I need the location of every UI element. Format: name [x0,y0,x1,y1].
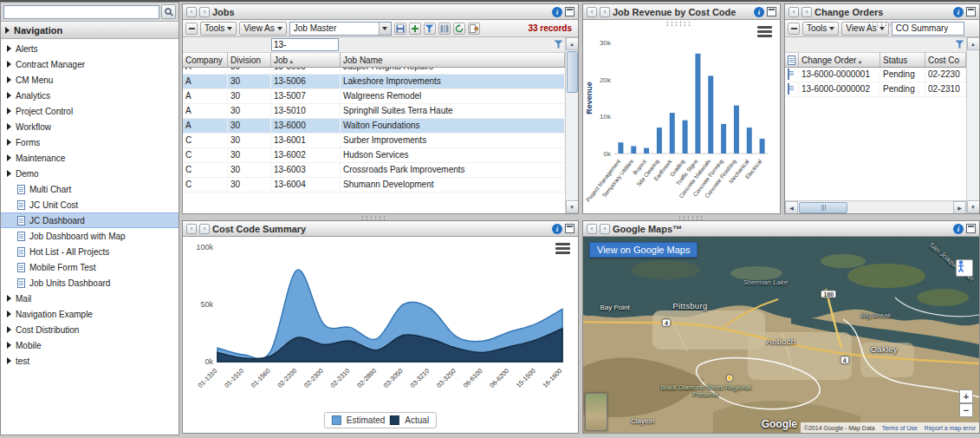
report-map-error-link[interactable]: Report a map error [925,425,976,431]
table-row[interactable]: A3013-5010Springhill Suites Terra Haute [183,104,565,119]
refresh-button[interactable] [453,23,465,35]
jobs-vertical-scrollbar[interactable]: ▲ ▼ [565,37,578,213]
sidebar-item-cm-menu[interactable]: CM Menu [1,72,178,88]
collapse-toolbar-icon[interactable] [185,23,198,35]
sidebar-item-jc-unit-cost[interactable]: JC Unit Cost [1,197,178,212]
sidebar-item-project-control[interactable]: Project Control [1,103,178,119]
co-horizontal-scrollbar[interactable]: ◀ ▶ [785,200,966,213]
restore-icon[interactable] [565,7,574,16]
move-panel-left-icon[interactable] [186,224,197,234]
sidebar-item-alerts[interactable]: Alerts [1,41,178,56]
pegman-icon[interactable] [956,259,973,277]
sidebar-item-jc-dashboard[interactable]: JC Dashboard [1,212,178,228]
sidebar-item-multi-chart[interactable]: Multi Chart [1,181,178,197]
info-icon[interactable] [754,7,764,17]
restore-icon[interactable] [966,7,976,16]
move-panel-right-icon[interactable] [802,7,812,17]
move-panel-right-icon[interactable] [199,7,210,17]
info-icon[interactable] [552,7,562,17]
tools-button[interactable]: Tools [802,22,839,36]
zoom-out-button[interactable]: − [959,403,973,417]
restore-icon[interactable] [565,224,574,233]
table-row[interactable]: C3013-6004Shumann Development [183,178,565,193]
overview-inset-map[interactable] [585,393,607,431]
sidebar-item-mobile-form-test[interactable]: Mobile Form Test [1,259,178,275]
table-row[interactable]: A3013-5007Walgreens Remodel [183,89,565,104]
add-button[interactable] [409,23,421,35]
row-icon-column-header[interactable] [785,53,799,67]
restore-icon[interactable] [966,224,976,233]
chart-menu-icon[interactable] [757,26,772,37]
view-select[interactable]: CO Summary [892,22,964,36]
terms-of-use-link[interactable]: Terms of Use [882,425,918,431]
column-header-job[interactable]: Job [271,53,341,67]
scroll-right-icon[interactable]: ▶ [953,201,966,214]
move-panel-left-icon[interactable] [587,224,597,234]
sidebar-item-cost-distribution[interactable]: Cost Distribution [1,322,178,337]
sidebar-item-job-units-dashboard[interactable]: Job Units Dashboard [1,275,178,291]
job-filter-input[interactable] [271,38,339,51]
sidebar-item-mail[interactable]: Mail [1,291,178,306]
filter-button[interactable] [424,23,436,35]
table-row[interactable]: C3013-6002Hudson Services [183,148,565,163]
view-as-button[interactable]: View As [239,22,286,36]
search-button[interactable] [161,4,176,19]
move-panel-left-icon[interactable] [186,7,197,17]
move-panel-right-icon[interactable] [600,224,610,234]
collapse-toolbar-icon[interactable] [788,23,800,35]
info-icon[interactable] [552,224,562,234]
view-select[interactable]: Job Master [289,22,392,36]
sidebar-item-mobile[interactable]: Mobile [1,337,178,353]
column-header-cost-co[interactable]: Cost Co [925,53,966,67]
drag-handle[interactable] [678,215,704,221]
co-vertical-scrollbar[interactable]: ▲ ▼ [966,37,979,213]
column-header-job-name[interactable]: Job Name [341,53,565,67]
sidebar-item-navigation-example[interactable]: Navigation Example [1,306,178,322]
column-header-division[interactable]: Division [228,53,271,67]
zoom-in-button[interactable]: + [959,389,973,403]
export-button[interactable] [468,23,480,35]
sidebar-item-contract-manager[interactable]: Contract Manager [1,56,178,72]
scroll-thumb[interactable] [567,51,578,93]
move-panel-left-icon[interactable] [789,7,799,17]
sidebar-item-hot-list-all-projects[interactable]: Hot List - All Projects [1,244,178,259]
navigation-root[interactable]: Navigation [1,22,178,39]
info-icon[interactable] [953,224,964,234]
table-row[interactable]: A3013-5006Lakeshore Improvements [183,75,565,89]
search-input[interactable] [3,5,159,19]
scroll-left-icon[interactable]: ◀ [785,201,798,214]
restore-icon[interactable] [767,7,776,16]
clear-filter-button[interactable] [554,40,563,50]
view-on-google-maps-button[interactable]: View on Google Maps [589,242,698,258]
scroll-down-icon[interactable]: ▼ [967,200,980,213]
table-row[interactable]: 13-6000-0000002Pending02-2310 [785,82,966,97]
table-row[interactable]: C3013-6003Crossroads Park Improvements [183,163,565,178]
scroll-thumb[interactable] [799,202,847,213]
save-button[interactable] [394,23,406,35]
move-panel-right-icon[interactable] [600,7,610,17]
sidebar-item-job-dashboard-with-map[interactable]: Job Dashboard with Map [1,228,178,244]
table-row[interactable]: C3013-6001Surber Improvements [183,134,565,148]
tools-button[interactable]: Tools [200,22,237,36]
table-row[interactable]: 13-6000-0000001Pending02-2230 [785,68,966,82]
map-canvas[interactable]: View on Google Maps + − Google ©2014 Goo… [583,237,979,433]
sidebar-item-workflow[interactable]: Workflow [1,119,178,134]
drag-handle[interactable] [665,21,691,27]
column-header-change-order[interactable]: Change Order [799,53,880,67]
table-row[interactable]: A3013-6000Walton Foundations [183,119,565,134]
chart-menu-icon[interactable] [555,243,570,254]
info-icon[interactable] [953,7,964,17]
job-site-marker[interactable] [727,375,733,381]
combo-arrow-box[interactable] [379,23,391,35]
sidebar-item-maintenance[interactable]: Maintenance [1,150,178,166]
sidebar-item-forms[interactable]: Forms [1,134,178,150]
move-panel-right-icon[interactable] [199,224,210,234]
move-panel-left-icon[interactable] [587,7,597,17]
scroll-down-icon[interactable]: ▼ [566,200,579,213]
column-header-status[interactable]: Status [880,53,925,67]
scroll-up-icon[interactable]: ▲ [566,37,579,50]
column-header-company[interactable]: Company [183,53,228,67]
scroll-up-icon[interactable]: ▲ [967,37,980,50]
clear-filter-button[interactable] [955,40,964,50]
drag-handle[interactable] [360,215,386,221]
